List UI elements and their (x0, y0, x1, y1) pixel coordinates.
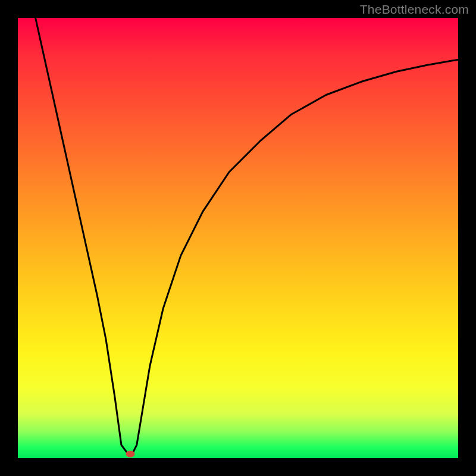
chart-frame: TheBottleneck.com (0, 0, 476, 476)
watermark-text: TheBottleneck.com (360, 2, 469, 17)
minimum-marker (126, 450, 134, 457)
plot-area (18, 18, 458, 458)
curve-path (36, 18, 458, 454)
bottleneck-curve (18, 18, 458, 458)
